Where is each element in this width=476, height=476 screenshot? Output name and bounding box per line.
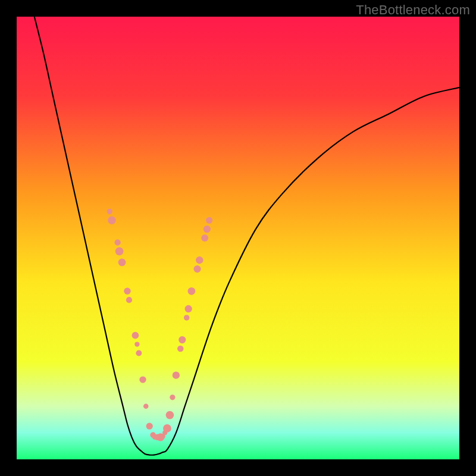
data-point (118, 259, 126, 267)
watermark-text: TheBottleneck.com (356, 2, 470, 18)
data-point (177, 346, 184, 352)
data-point (196, 256, 203, 264)
data-point (170, 394, 175, 400)
data-point (143, 403, 149, 409)
data-point (166, 411, 174, 419)
data-point (115, 247, 124, 255)
bottleneck-chart (17, 17, 459, 459)
data-point (193, 265, 201, 273)
data-point (201, 234, 208, 242)
data-point (184, 315, 189, 320)
data-point (132, 332, 139, 339)
data-point (173, 371, 180, 378)
chart-background (17, 17, 459, 459)
data-point (124, 288, 130, 295)
data-point (206, 217, 212, 224)
data-point (178, 336, 186, 343)
data-point (108, 217, 115, 224)
data-point (134, 342, 139, 346)
data-point (188, 287, 196, 295)
chart-frame (17, 17, 459, 459)
data-point (203, 226, 211, 233)
data-point (114, 239, 120, 245)
data-point (146, 423, 153, 430)
data-point (136, 350, 142, 356)
data-point (139, 376, 146, 383)
data-point (107, 209, 112, 214)
data-point (163, 424, 171, 433)
data-point (185, 305, 192, 312)
data-point (126, 297, 132, 303)
